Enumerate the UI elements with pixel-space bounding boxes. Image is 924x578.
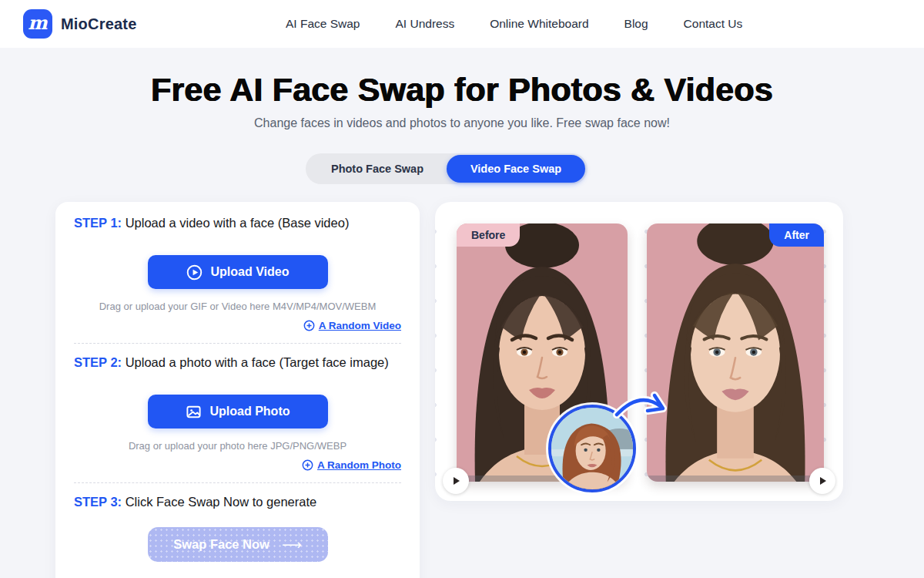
divider bbox=[74, 482, 401, 483]
photo-upload-hint: Drag or upload your photo here JPG/PNG/W… bbox=[74, 440, 401, 452]
main-nav: AI Face Swap AI Undress Online Whiteboar… bbox=[286, 0, 742, 48]
tab-video-face-swap[interactable]: Video Face Swap bbox=[447, 155, 585, 183]
swap-face-now-button[interactable]: Swap Face Now ⟶ bbox=[148, 527, 328, 562]
page-title: Free AI Face Swap for Photos & Videos bbox=[0, 71, 924, 109]
play-after-video-button[interactable] bbox=[809, 468, 835, 494]
brand-logo[interactable]: m MioCreate bbox=[23, 9, 137, 39]
brand-name: MioCreate bbox=[61, 15, 137, 33]
top-navbar: m MioCreate AI Face Swap AI Undress Onli… bbox=[0, 0, 924, 48]
step1-heading: STEP 1: Upload a video with a face (Base… bbox=[74, 216, 401, 230]
page-subtitle: Change faces in videos and photos to any… bbox=[0, 116, 924, 130]
miocreate-logo-icon: m bbox=[23, 9, 52, 39]
after-video-image bbox=[647, 223, 824, 482]
nav-item-ai-face-swap[interactable]: AI Face Swap bbox=[286, 17, 360, 31]
step3-heading: STEP 3: Click Face Swap Now to generate bbox=[74, 495, 401, 509]
nav-item-contact-us[interactable]: Contact Us bbox=[684, 17, 743, 31]
face-swap-mode-toggle: Photo Face Swap Video Face Swap bbox=[306, 153, 588, 184]
tab-photo-face-swap[interactable]: Photo Face Swap bbox=[308, 156, 447, 182]
play-before-video-button[interactable] bbox=[443, 468, 469, 494]
play-circle-icon bbox=[186, 264, 203, 281]
page: m MioCreate AI Face Swap AI Undress Onli… bbox=[0, 0, 924, 578]
divider bbox=[74, 343, 401, 344]
curved-swap-arrow-icon bbox=[611, 387, 674, 427]
arrow-right-icon: ⟶ bbox=[282, 536, 302, 553]
random-photo-link[interactable]: A Random Photo bbox=[74, 459, 401, 471]
before-badge: Before bbox=[457, 223, 520, 247]
nav-item-blog[interactable]: Blog bbox=[624, 17, 648, 31]
upload-video-button[interactable]: Upload Video bbox=[148, 255, 328, 289]
upload-steps-panel: STEP 1: Upload a video with a face (Base… bbox=[55, 202, 420, 578]
play-icon bbox=[817, 476, 828, 486]
video-upload-hint: Drag or upload your GIF or Video here M4… bbox=[74, 301, 401, 312]
image-icon bbox=[186, 404, 202, 420]
step2-heading: STEP 2: Upload a photo with a face (Targ… bbox=[74, 355, 401, 370]
play-icon bbox=[450, 476, 461, 486]
before-after-preview-panel: Before bbox=[435, 202, 843, 501]
nav-item-ai-undress[interactable]: AI Undress bbox=[396, 17, 455, 31]
upload-photo-button[interactable]: Upload Photo bbox=[148, 395, 328, 428]
random-video-link[interactable]: A Random Video bbox=[74, 320, 401, 331]
nav-item-online-whiteboard[interactable]: Online Whiteboard bbox=[490, 17, 588, 31]
after-badge: After bbox=[769, 223, 824, 247]
woman-portrait-after bbox=[647, 223, 824, 482]
plus-circle-icon bbox=[303, 320, 315, 331]
plus-circle-icon bbox=[302, 459, 313, 471]
